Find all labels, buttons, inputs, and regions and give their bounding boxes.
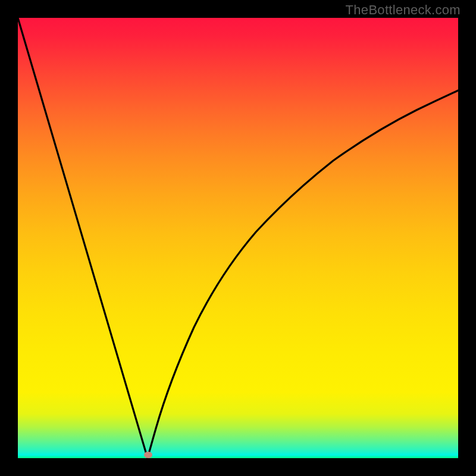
bottleneck-curve [18,18,458,458]
plot-area [18,18,458,458]
curve-svg [18,18,458,458]
watermark-text: TheBottleneck.com [346,2,461,18]
minimum-marker [144,452,152,458]
chart-container: TheBottleneck.com [0,0,476,476]
